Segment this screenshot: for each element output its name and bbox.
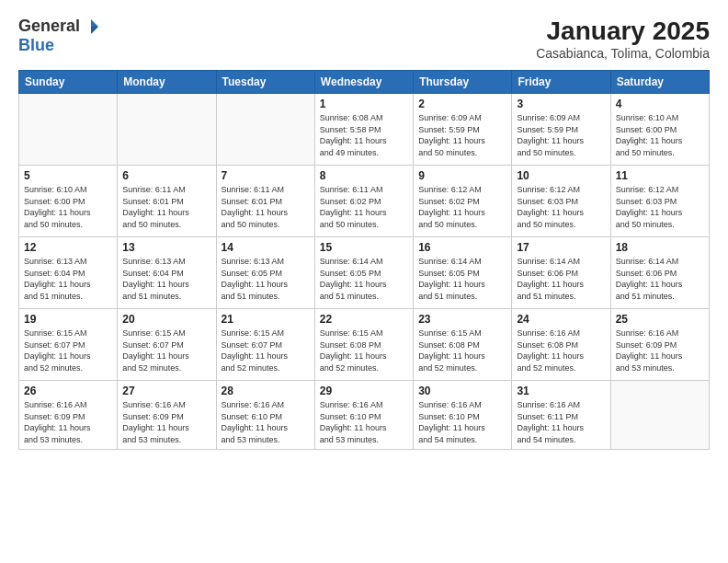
col-monday: Monday: [118, 71, 216, 94]
table-row: 13Sunrise: 6:13 AM Sunset: 6:04 PM Dayli…: [118, 237, 216, 309]
day-info: Sunrise: 6:12 AM Sunset: 6:03 PM Dayligh…: [517, 184, 605, 230]
day-number: 31: [517, 385, 605, 397]
day-number: 29: [320, 385, 408, 397]
logo: General Blue: [18, 17, 100, 55]
day-number: 13: [122, 241, 210, 254]
subtitle: Casabianca, Tolima, Colombia: [536, 46, 710, 61]
day-info: Sunrise: 6:09 AM Sunset: 5:59 PM Dayligh…: [418, 112, 506, 158]
logo-general-text: General: [18, 17, 80, 36]
day-info: Sunrise: 6:13 AM Sunset: 6:05 PM Dayligh…: [222, 256, 310, 302]
day-number: 26: [24, 385, 112, 397]
table-row: 24Sunrise: 6:16 AM Sunset: 6:08 PM Dayli…: [512, 309, 610, 381]
day-info: Sunrise: 6:15 AM Sunset: 6:07 PM Dayligh…: [222, 327, 310, 373]
table-row: 5Sunrise: 6:10 AM Sunset: 6:00 PM Daylig…: [19, 166, 118, 237]
day-number: 12: [24, 241, 112, 254]
table-row: 17Sunrise: 6:14 AM Sunset: 6:06 PM Dayli…: [512, 237, 610, 309]
col-sunday: Sunday: [19, 71, 118, 94]
table-row: [610, 381, 709, 450]
day-info: Sunrise: 6:14 AM Sunset: 6:06 PM Dayligh…: [517, 256, 605, 302]
day-number: 20: [122, 313, 210, 326]
table-row: 8Sunrise: 6:11 AM Sunset: 6:02 PM Daylig…: [314, 166, 413, 237]
table-row: 10Sunrise: 6:12 AM Sunset: 6:03 PM Dayli…: [512, 166, 610, 237]
day-number: 6: [122, 169, 210, 182]
day-info: Sunrise: 6:14 AM Sunset: 6:05 PM Dayligh…: [418, 256, 506, 302]
table-row: 15Sunrise: 6:14 AM Sunset: 6:05 PM Dayli…: [314, 237, 413, 309]
col-thursday: Thursday: [414, 71, 512, 94]
col-tuesday: Tuesday: [216, 71, 314, 94]
day-number: 24: [517, 313, 605, 326]
day-info: Sunrise: 6:16 AM Sunset: 6:10 PM Dayligh…: [222, 399, 310, 445]
svg-marker-0: [91, 19, 98, 27]
day-info: Sunrise: 6:16 AM Sunset: 6:09 PM Dayligh…: [24, 399, 112, 445]
table-row: 25Sunrise: 6:16 AM Sunset: 6:09 PM Dayli…: [610, 309, 709, 381]
day-number: 27: [122, 385, 210, 397]
table-row: 30Sunrise: 6:16 AM Sunset: 6:10 PM Dayli…: [414, 381, 512, 450]
day-number: 4: [616, 98, 704, 110]
calendar-header-row: Sunday Monday Tuesday Wednesday Thursday…: [19, 71, 710, 94]
day-info: Sunrise: 6:10 AM Sunset: 6:00 PM Dayligh…: [24, 184, 112, 230]
logo-blue-text: Blue: [18, 36, 54, 55]
main-title: January 2025: [536, 17, 710, 46]
table-row: 16Sunrise: 6:14 AM Sunset: 6:05 PM Dayli…: [414, 237, 512, 309]
day-number: 8: [320, 169, 408, 182]
table-row: 20Sunrise: 6:15 AM Sunset: 6:07 PM Dayli…: [118, 309, 216, 381]
svg-marker-1: [91, 27, 98, 34]
day-number: 11: [616, 169, 704, 182]
day-number: 1: [320, 98, 408, 110]
header: General Blue January 2025 Casabianca, To…: [18, 17, 710, 61]
day-info: Sunrise: 6:16 AM Sunset: 6:11 PM Dayligh…: [517, 399, 605, 445]
col-friday: Friday: [512, 71, 610, 94]
table-row: 1Sunrise: 6:08 AM Sunset: 5:58 PM Daylig…: [314, 94, 413, 166]
table-row: 19Sunrise: 6:15 AM Sunset: 6:07 PM Dayli…: [19, 309, 118, 381]
day-info: Sunrise: 6:08 AM Sunset: 5:58 PM Dayligh…: [320, 112, 408, 158]
table-row: [118, 94, 216, 166]
table-row: 27Sunrise: 6:16 AM Sunset: 6:09 PM Dayli…: [118, 381, 216, 450]
table-row: 4Sunrise: 6:10 AM Sunset: 6:00 PM Daylig…: [610, 94, 709, 166]
table-row: 14Sunrise: 6:13 AM Sunset: 6:05 PM Dayli…: [216, 237, 314, 309]
col-wednesday: Wednesday: [314, 71, 413, 94]
table-row: 23Sunrise: 6:15 AM Sunset: 6:08 PM Dayli…: [414, 309, 512, 381]
page: General Blue January 2025 Casabianca, To…: [0, 0, 728, 563]
day-number: 23: [418, 313, 506, 326]
table-row: 18Sunrise: 6:14 AM Sunset: 6:06 PM Dayli…: [610, 237, 709, 309]
col-saturday: Saturday: [610, 71, 709, 94]
day-info: Sunrise: 6:14 AM Sunset: 6:05 PM Dayligh…: [320, 256, 408, 302]
day-info: Sunrise: 6:16 AM Sunset: 6:10 PM Dayligh…: [320, 399, 408, 445]
day-number: 16: [418, 241, 506, 254]
table-row: 26Sunrise: 6:16 AM Sunset: 6:09 PM Dayli…: [19, 381, 118, 450]
day-info: Sunrise: 6:15 AM Sunset: 6:08 PM Dayligh…: [418, 327, 506, 373]
table-row: 22Sunrise: 6:15 AM Sunset: 6:08 PM Dayli…: [314, 309, 413, 381]
logo-flag-icon: [82, 17, 100, 36]
day-number: 5: [24, 169, 112, 182]
table-row: [19, 94, 118, 166]
day-info: Sunrise: 6:16 AM Sunset: 6:09 PM Dayligh…: [616, 327, 704, 373]
day-number: 22: [320, 313, 408, 326]
day-info: Sunrise: 6:12 AM Sunset: 6:03 PM Dayligh…: [616, 184, 704, 230]
day-info: Sunrise: 6:15 AM Sunset: 6:07 PM Dayligh…: [122, 327, 210, 373]
day-info: Sunrise: 6:16 AM Sunset: 6:09 PM Dayligh…: [122, 399, 210, 445]
table-row: 2Sunrise: 6:09 AM Sunset: 5:59 PM Daylig…: [414, 94, 512, 166]
day-number: 10: [517, 169, 605, 182]
day-info: Sunrise: 6:09 AM Sunset: 5:59 PM Dayligh…: [517, 112, 605, 158]
table-row: 3Sunrise: 6:09 AM Sunset: 5:59 PM Daylig…: [512, 94, 610, 166]
calendar-table: Sunday Monday Tuesday Wednesday Thursday…: [18, 70, 710, 450]
day-number: 15: [320, 241, 408, 254]
day-info: Sunrise: 6:15 AM Sunset: 6:07 PM Dayligh…: [24, 327, 112, 373]
day-number: 14: [222, 241, 310, 254]
day-info: Sunrise: 6:11 AM Sunset: 6:02 PM Dayligh…: [320, 184, 408, 230]
table-row: 12Sunrise: 6:13 AM Sunset: 6:04 PM Dayli…: [19, 237, 118, 309]
day-number: 2: [418, 98, 506, 110]
day-number: 9: [418, 169, 506, 182]
table-row: 6Sunrise: 6:11 AM Sunset: 6:01 PM Daylig…: [118, 166, 216, 237]
day-number: 18: [616, 241, 704, 254]
day-info: Sunrise: 6:11 AM Sunset: 6:01 PM Dayligh…: [222, 184, 310, 230]
day-info: Sunrise: 6:12 AM Sunset: 6:02 PM Dayligh…: [418, 184, 506, 230]
table-row: 21Sunrise: 6:15 AM Sunset: 6:07 PM Dayli…: [216, 309, 314, 381]
day-number: 21: [222, 313, 310, 326]
day-info: Sunrise: 6:14 AM Sunset: 6:06 PM Dayligh…: [616, 256, 704, 302]
day-number: 30: [418, 385, 506, 397]
day-number: 3: [517, 98, 605, 110]
day-info: Sunrise: 6:16 AM Sunset: 6:08 PM Dayligh…: [517, 327, 605, 373]
day-info: Sunrise: 6:15 AM Sunset: 6:08 PM Dayligh…: [320, 327, 408, 373]
table-row: 29Sunrise: 6:16 AM Sunset: 6:10 PM Dayli…: [314, 381, 413, 450]
